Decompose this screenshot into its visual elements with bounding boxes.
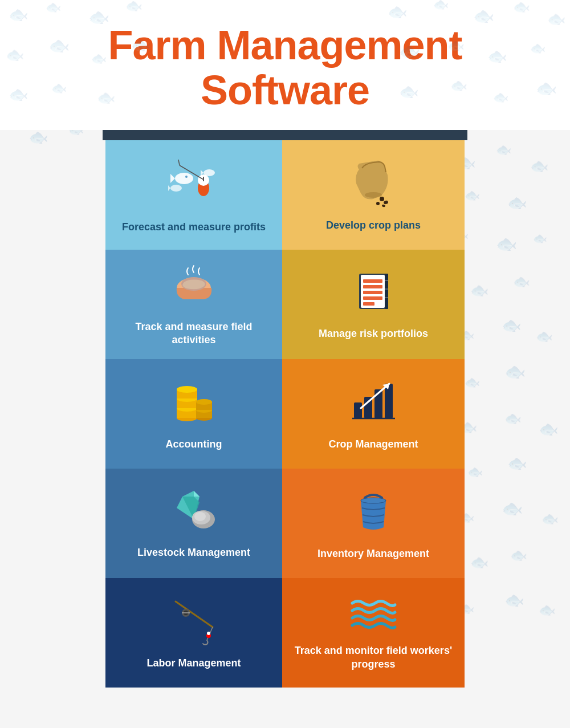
- ledger-icon: [351, 269, 396, 320]
- grid-cell-crop-plans[interactable]: Develop crop plans: [282, 140, 465, 250]
- food-bowl-icon: [170, 262, 218, 314]
- svg-rect-84: [354, 402, 362, 418]
- svg-text:🐟: 🐟: [507, 454, 527, 473]
- svg-text:🐟: 🐟: [510, 547, 527, 563]
- grid-cell-inventory[interactable]: Inventory Management: [282, 469, 465, 578]
- grid-cell-labor[interactable]: Labor Management: [105, 578, 282, 688]
- svg-text:🐟: 🐟: [433, 0, 449, 12]
- crop-mgmt-label: Crop Management: [328, 438, 418, 451]
- svg-marker-93: [194, 491, 199, 497]
- svg-point-78: [177, 386, 197, 393]
- svg-rect-87: [385, 384, 393, 418]
- svg-text:🐟: 🐟: [507, 193, 527, 212]
- svg-text:🐟: 🐟: [533, 231, 547, 245]
- svg-text:🐟: 🐟: [465, 188, 481, 203]
- svg-marker-43: [170, 174, 175, 183]
- field-activities-label: Track and measure field activities: [114, 320, 274, 347]
- svg-text:🐟: 🐟: [467, 464, 483, 479]
- grid-header-bar: [103, 130, 467, 140]
- livestock-label: Livestock Management: [137, 546, 250, 559]
- svg-point-54: [380, 197, 384, 201]
- coins-icon: [171, 377, 217, 431]
- svg-text:🐟: 🐟: [530, 157, 549, 175]
- svg-point-96: [194, 512, 206, 521]
- svg-text:🐟: 🐟: [513, 273, 530, 290]
- svg-text:🐟: 🐟: [388, 2, 408, 21]
- svg-rect-68: [385, 274, 388, 309]
- risk-label: Manage risk portfolios: [319, 327, 428, 340]
- svg-rect-63: [363, 279, 382, 283]
- svg-text:🐟: 🐟: [513, 0, 530, 15]
- page-title: Farm Management Software: [11, 23, 559, 113]
- svg-line-49: [178, 160, 180, 165]
- svg-point-44: [185, 176, 188, 178]
- water-waves-icon: [349, 595, 398, 637]
- field-workers-label: Track and monitor field workers' progres…: [291, 644, 456, 671]
- svg-text:🐟: 🐟: [496, 234, 518, 254]
- svg-line-98: [176, 601, 213, 627]
- svg-point-42: [175, 173, 193, 184]
- svg-text:🐟: 🐟: [504, 361, 526, 382]
- svg-rect-65: [363, 291, 382, 294]
- svg-rect-64: [363, 285, 382, 288]
- svg-text:🐟: 🐟: [502, 498, 523, 519]
- bar-chart-up-icon: [349, 377, 398, 431]
- seed-bag-icon: [351, 158, 396, 212]
- svg-point-52: [170, 185, 182, 192]
- svg-point-83: [196, 399, 212, 405]
- svg-point-97: [361, 498, 386, 503]
- svg-text:🐟: 🐟: [539, 601, 556, 618]
- svg-text:🐟: 🐟: [28, 128, 48, 147]
- svg-text:🐟: 🐟: [542, 510, 559, 527]
- fishing-float-icon: [168, 157, 219, 214]
- fishing-rod-icon: [170, 596, 218, 650]
- svg-text:🐟: 🐟: [465, 375, 481, 390]
- svg-text:🐟: 🐟: [502, 316, 522, 335]
- grid-cell-accounting[interactable]: Accounting: [105, 359, 282, 469]
- svg-rect-67: [363, 302, 374, 306]
- labor-label: Labor Management: [146, 657, 241, 670]
- grid-cell-field-activities[interactable]: Track and measure field activities: [105, 250, 282, 359]
- bucket-icon: [351, 486, 396, 540]
- svg-point-55: [383, 200, 389, 205]
- svg-text:🐟: 🐟: [504, 591, 524, 609]
- feature-grid: Forecast and measure profits Develop cro…: [105, 140, 465, 688]
- svg-text:🐟: 🐟: [504, 410, 522, 426]
- svg-text:🐟: 🐟: [496, 142, 512, 157]
- svg-text:🐟: 🐟: [46, 0, 62, 15]
- svg-point-104: [207, 632, 210, 635]
- inventory-label: Inventory Management: [317, 547, 429, 560]
- header: 🐟 🐟 🐟 🐟 🐟 🐟 🐟 🐟 🐟 🐟 🐟 🐟 🐟 🐟 🐟 🐟 🐟 🐟 🐟 🐟 …: [0, 0, 570, 130]
- livestock-icon: [168, 488, 219, 539]
- grid-cell-crop-mgmt[interactable]: Crop Management: [282, 359, 465, 469]
- crop-plans-label: Develop crop plans: [326, 219, 421, 232]
- svg-marker-53: [168, 185, 170, 191]
- grid-cell-livestock[interactable]: Livestock Management: [105, 469, 282, 578]
- svg-point-50: [203, 169, 215, 176]
- svg-text:🐟: 🐟: [470, 281, 489, 299]
- forecast-label: Forecast and measure profits: [122, 221, 266, 234]
- svg-rect-66: [363, 296, 382, 300]
- svg-text:🐟: 🐟: [125, 0, 142, 14]
- svg-text:🐟: 🐟: [9, 5, 28, 24]
- svg-text:🐟: 🐟: [470, 553, 489, 571]
- grid-cell-field-workers[interactable]: Track and monitor field workers' progres…: [282, 578, 465, 688]
- svg-text:🐟: 🐟: [539, 420, 559, 438]
- grid-cell-forecast[interactable]: Forecast and measure profits: [105, 140, 282, 250]
- svg-point-56: [376, 202, 380, 205]
- grid-cell-risk[interactable]: Manage risk portfolios: [282, 250, 465, 359]
- svg-point-58: [365, 192, 382, 198]
- svg-point-57: [382, 204, 386, 207]
- svg-text:🐟: 🐟: [536, 328, 553, 344]
- accounting-label: Accounting: [166, 438, 222, 451]
